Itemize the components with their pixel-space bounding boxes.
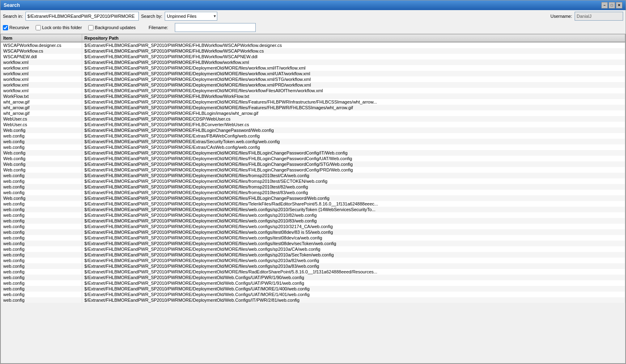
background-label-text: Background updates bbox=[95, 25, 136, 30]
table-row[interactable]: web.config$/Extranet/FHLBMOREandPWR_SP20… bbox=[1, 292, 625, 297]
table-row[interactable]: web.config$/Extranet/FHLBMOREandPWR_SP20… bbox=[1, 139, 625, 144]
lock-checkbox[interactable] bbox=[36, 25, 41, 30]
cell-item: Web.config bbox=[1, 167, 82, 173]
table-row[interactable]: Web.config$/Extranet/FHLBMOREandPWR_SP20… bbox=[1, 167, 625, 173]
cell-item: web.config bbox=[1, 229, 82, 235]
table-row[interactable]: web.config$/Extranet/FHLBMOREandPWR_SP20… bbox=[1, 229, 625, 235]
table-row[interactable]: web.config$/Extranet/FHLBMOREandPWR_SP20… bbox=[1, 241, 625, 246]
lock-checkbox-label[interactable]: Lock onto this folder bbox=[36, 25, 82, 30]
cell-path: $/Extranet/FHLBMOREandPWR_SP2010/PWRMORE… bbox=[82, 263, 625, 269]
results-table-container[interactable]: Item Repository Path WSCAPWorkflow.desig… bbox=[0, 34, 626, 364]
results-table: Item Repository Path WSCAPWorkflow.desig… bbox=[1, 34, 625, 303]
cell-item: web.config bbox=[1, 275, 82, 280]
cell-item: workflow.xml bbox=[1, 76, 82, 82]
filename-input[interactable] bbox=[175, 23, 256, 32]
table-row[interactable]: Web.config$/Extranet/FHLBMOREandPWR_SP20… bbox=[1, 195, 625, 201]
cell-item: WebUser.cs bbox=[1, 122, 82, 127]
cell-path: $/Extranet/FHLBMOREandPWR_SP2010/PWRMORE… bbox=[82, 116, 625, 122]
table-row[interactable]: web.config$/Extranet/FHLBMOREandPWR_SP20… bbox=[1, 201, 625, 207]
cell-path: $/Extranet/FHLBMOREandPWR_SP2010/PWRMORE… bbox=[82, 212, 625, 218]
table-row[interactable]: wht_arrow.gif$/Extranet/FHLBMOREandPWR_S… bbox=[1, 99, 625, 105]
cell-item: Web.config bbox=[1, 161, 82, 167]
maximize-button[interactable]: □ bbox=[609, 2, 615, 8]
cell-item: web.config bbox=[1, 252, 82, 258]
table-row[interactable]: web.config$/Extranet/FHLBMOREandPWR_SP20… bbox=[1, 184, 625, 190]
table-row[interactable]: web.config$/Extranet/FHLBMOREandPWR_SP20… bbox=[1, 269, 625, 275]
table-row[interactable]: web.config$/Extranet/FHLBMOREandPWR_SP20… bbox=[1, 275, 625, 280]
table-row[interactable]: web.config$/Extranet/FHLBMOREandPWR_SP20… bbox=[1, 144, 625, 150]
table-row[interactable]: web.config$/Extranet/FHLBMOREandPWR_SP20… bbox=[1, 280, 625, 286]
table-row[interactable]: web.config$/Extranet/FHLBMOREandPWR_SP20… bbox=[1, 235, 625, 241]
recursive-checkbox[interactable] bbox=[3, 25, 8, 30]
search-by-dropdown-container: Unpinned Files All Files Pinned Files ▼ bbox=[165, 12, 217, 21]
cell-item: web.config bbox=[1, 286, 82, 292]
cell-item: web.config bbox=[1, 241, 82, 246]
cell-path: $/Extranet/FHLBMOREandPWR_SP2010/PWRMORE… bbox=[82, 241, 625, 246]
cell-item: web.config bbox=[1, 224, 82, 229]
table-row[interactable]: WebUser.cs$/Extranet/FHLBMOREandPWR_SP20… bbox=[1, 122, 625, 127]
table-row[interactable]: web.config$/Extranet/FHLBMOREandPWR_SP20… bbox=[1, 133, 625, 139]
table-row[interactable]: Web.config$/Extranet/FHLBMOREandPWR_SP20… bbox=[1, 150, 625, 156]
username-input[interactable] bbox=[575, 12, 623, 21]
table-row[interactable]: web.config$/Extranet/FHLBMOREandPWR_SP20… bbox=[1, 258, 625, 263]
table-row[interactable]: web.config$/Extranet/FHLBMOREandPWR_SP20… bbox=[1, 190, 625, 195]
table-row[interactable]: web.config$/Extranet/FHLBMOREandPWR_SP20… bbox=[1, 178, 625, 184]
table-body: WSCAPWorkflow.designer.cs$/Extranet/FHLB… bbox=[1, 42, 625, 303]
table-row[interactable]: wht_arrow.gif$/Extranet/FHLBMOREandPWR_S… bbox=[1, 110, 625, 116]
table-row[interactable]: Web.config$/Extranet/FHLBMOREandPWR_SP20… bbox=[1, 161, 625, 167]
cell-item: web.config bbox=[1, 269, 82, 275]
table-row[interactable]: web.config$/Extranet/FHLBMOREandPWR_SP20… bbox=[1, 218, 625, 224]
search-in-input[interactable] bbox=[25, 12, 139, 21]
cell-item: wht_arrow.gif bbox=[1, 110, 82, 116]
table-row[interactable]: WebUser.cs$/Extranet/FHLBMOREandPWR_SP20… bbox=[1, 116, 625, 122]
close-button[interactable]: ✕ bbox=[616, 2, 622, 8]
cell-path: $/Extranet/FHLBMOREandPWR_SP2010/PWRMORE… bbox=[82, 195, 625, 201]
table-row[interactable]: web.config$/Extranet/FHLBMOREandPWR_SP20… bbox=[1, 212, 625, 218]
col-header-path[interactable]: Repository Path bbox=[82, 34, 625, 42]
recursive-checkbox-label[interactable]: Recursive bbox=[3, 25, 29, 30]
cell-path: $/Extranet/FHLBMOREandPWR_SP2010/PWRMORE… bbox=[82, 275, 625, 280]
search-by-select[interactable]: Unpinned Files All Files Pinned Files bbox=[165, 12, 217, 21]
table-row[interactable]: WSCAPWorkflow.designer.cs$/Extranet/FHLB… bbox=[1, 42, 625, 48]
cell-path: $/Extranet/FHLBMOREandPWR_SP2010/PWRMORE… bbox=[82, 258, 625, 263]
col-header-item[interactable]: Item bbox=[1, 34, 82, 42]
table-row[interactable]: workflow.xml$/Extranet/FHLBMOREandPWR_SP… bbox=[1, 88, 625, 93]
table-row[interactable]: WSCAPWorkflow.cs$/Extranet/FHLBMOREandPW… bbox=[1, 48, 625, 54]
table-row[interactable]: web.config$/Extranet/FHLBMOREandPWR_SP20… bbox=[1, 263, 625, 269]
table-row[interactable]: workflow.xml$/Extranet/FHLBMOREandPWR_SP… bbox=[1, 82, 625, 88]
background-checkbox[interactable] bbox=[88, 25, 93, 30]
background-checkbox-label[interactable]: Background updates bbox=[88, 25, 136, 30]
table-row[interactable]: workflow.xml$/Extranet/FHLBMOREandPWR_SP… bbox=[1, 76, 625, 82]
table-row[interactable]: web.config$/Extranet/FHLBMOREandPWR_SP20… bbox=[1, 297, 625, 303]
table-row[interactable]: WorkFlow.txt$/Extranet/FHLBMOREandPWR_SP… bbox=[1, 93, 625, 99]
cell-item: WSCAPWorkflow.cs bbox=[1, 48, 82, 54]
table-row[interactable]: web.config$/Extranet/FHLBMOREandPWR_SP20… bbox=[1, 173, 625, 178]
cell-path: $/Extranet/FHLBMOREandPWR_SP2010/PWRMORE… bbox=[82, 297, 625, 303]
table-row[interactable]: WSCAPNEW.ddl$/Extranet/FHLBMOREandPWR_SP… bbox=[1, 54, 625, 59]
cell-path: $/Extranet/FHLBMOREandPWR_SP2010/PWRMORE… bbox=[82, 246, 625, 252]
table-row[interactable]: web.config$/Extranet/FHLBMOREandPWR_SP20… bbox=[1, 286, 625, 292]
table-row[interactable]: web.config$/Extranet/FHLBMOREandPWR_SP20… bbox=[1, 252, 625, 258]
cell-path: $/Extranet/FHLBMOREandPWR_SP2010/PWRMORE… bbox=[82, 190, 625, 195]
table-row[interactable]: web.config$/Extranet/FHLBMOREandPWR_SP20… bbox=[1, 246, 625, 252]
table-row[interactable]: workflow.xml$/Extranet/FHLBMOREandPWR_SP… bbox=[1, 59, 625, 65]
cell-item: workflow.xml bbox=[1, 59, 82, 65]
table-row[interactable]: workflow.xml$/Extranet/FHLBMOREandPWR_SP… bbox=[1, 65, 625, 71]
cell-item: workflow.xml bbox=[1, 71, 82, 76]
table-row[interactable]: Web.config$/Extranet/FHLBMOREandPWR_SP20… bbox=[1, 127, 625, 133]
table-row[interactable]: wht_arrow.gif$/Extranet/FHLBMOREandPWR_S… bbox=[1, 105, 625, 110]
cell-item: wht_arrow.gif bbox=[1, 105, 82, 110]
cell-item: WebUser.cs bbox=[1, 116, 82, 122]
table-row[interactable]: workflow.xml$/Extranet/FHLBMOREandPWR_SP… bbox=[1, 71, 625, 76]
cell-item: web.config bbox=[1, 280, 82, 286]
cell-path: $/Extranet/FHLBMOREandPWR_SP2010/PWRMORE… bbox=[82, 292, 625, 297]
cell-path: $/Extranet/FHLBMOREandPWR_SP2010/PWRMORE… bbox=[82, 269, 625, 275]
cell-item: web.config bbox=[1, 297, 82, 303]
cell-path: $/Extranet/FHLBMOREandPWR_SP2010/PWRMORE… bbox=[82, 93, 625, 99]
cell-path: $/Extranet/FHLBMOREandPWR_SP2010/PWRMORE… bbox=[82, 150, 625, 156]
table-row[interactable]: Web.config$/Extranet/FHLBMOREandPWR_SP20… bbox=[1, 156, 625, 161]
table-row[interactable]: web.config$/Extranet/FHLBMOREandPWR_SP20… bbox=[1, 224, 625, 229]
cell-item: web.config bbox=[1, 144, 82, 150]
table-row[interactable]: web.config$/Extranet/FHLBMOREandPWR_SP20… bbox=[1, 207, 625, 212]
minimize-button[interactable]: − bbox=[601, 2, 608, 8]
